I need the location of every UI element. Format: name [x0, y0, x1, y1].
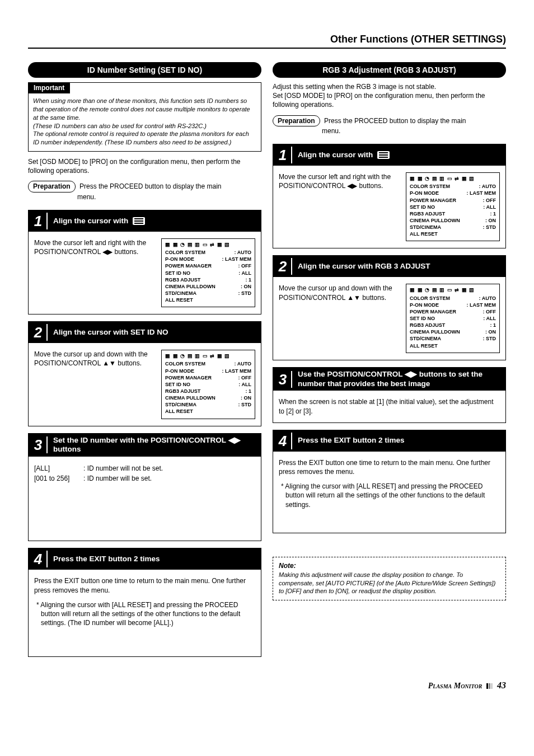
step-footnote: * Aligning the cursor with [ALL RESET] a… [279, 482, 500, 509]
step-title: Align the cursor with RGB 3 ADJUST [298, 262, 501, 271]
important-text: The optional remote control is required … [33, 130, 256, 147]
important-box: Important When using more than one of th… [28, 82, 261, 152]
osd-key: COLOR SYSTEM [410, 183, 477, 190]
def-val: : ID number will be set. [83, 473, 152, 483]
preparation-text: Press the PROCEED button to display the … [324, 117, 466, 125]
osd-val: : ALL [481, 204, 496, 210]
osd-key: ALL RESET [410, 342, 496, 349]
left-step-3: 3 Set the ID number with the POSITION/CO… [28, 433, 261, 542]
step-body-text: Move the cursor up and down with the POS… [279, 284, 398, 353]
osd-val: : 1 [243, 276, 251, 283]
def-key: [ALL] [34, 463, 83, 473]
osd-key: STD/CINEMA [165, 290, 236, 297]
step-body-text: Press the EXIT button one time to return… [279, 458, 500, 476]
step-title: Align the cursor with [298, 151, 373, 159]
important-label: Important [28, 82, 70, 93]
osd-key: CINEMA PULLDOWN [410, 217, 483, 224]
osd-val: : AUTO [232, 360, 252, 367]
preparation-text: menu. [273, 126, 506, 136]
step-number: 2 [29, 324, 48, 341]
step-number: 4 [29, 551, 48, 567]
osd-icons: ▦ ▦ ◔ ▤ ▥ ▭ ⇄ ▦ ▧ [165, 241, 251, 248]
osd-key: STD/CINEMA [165, 401, 236, 408]
important-text: When using more than one of these monito… [33, 97, 256, 122]
preparation-badge: Preparation [273, 115, 320, 127]
right-intro-2: Set [OSD MODE] to [PRO] on the configura… [273, 91, 506, 109]
osd-key: POWER MANAGER [165, 262, 236, 269]
step-title: Align the cursor with SET ID NO [53, 328, 256, 337]
osd-val: : STD [236, 290, 252, 297]
osd-val: : OFF [481, 308, 496, 315]
osd-key: COLOR SYSTEM [410, 295, 477, 302]
footer-bars-icon [486, 683, 493, 691]
page-footer: Plasma Monitor 43 [28, 680, 506, 691]
osd-val: : STD [481, 335, 496, 342]
step-number: 4 [273, 433, 292, 449]
osd-val: : LAST MEM [465, 302, 496, 308]
osd-key: SET ID NO [410, 315, 481, 322]
right-intro-1: Adjust this setting when the RGB 3 image… [273, 82, 506, 91]
step-title: Align the cursor with [53, 217, 128, 225]
step-body-text: Move the cursor left and right with the … [279, 172, 398, 241]
osd-val: : STD [236, 401, 252, 408]
osd-val: : AUTO [477, 183, 496, 190]
osd-val: : LAST MEM [220, 368, 252, 374]
right-preparation: Preparation Press the PROCEED button to … [273, 115, 506, 137]
right-step-1: 1 Align the cursor with Move the cursor … [273, 144, 506, 248]
osd-key: P-ON MODE [165, 256, 220, 262]
step-footnote: * Aligning the cursor with [ALL RESET] a… [34, 600, 255, 628]
osd-key: SET ID NO [410, 204, 481, 210]
osd-val: : ALL [481, 315, 496, 322]
osd-key: CINEMA PULLDOWN [410, 328, 483, 335]
osd-val: : ON [238, 395, 251, 401]
step-body-text: Move the cursor left and right with the … [34, 238, 153, 307]
osd-val: : ON [483, 328, 496, 335]
osd-val: : 1 [243, 388, 251, 395]
left-step-2: 2 Align the cursor with SET ID NO Move t… [28, 321, 261, 426]
preparation-text: menu. [28, 192, 261, 202]
osd-val: : LAST MEM [465, 190, 496, 196]
step-title: Use the POSITION/CONTROL ◀▶ buttons to s… [298, 370, 501, 389]
note-label: Note: [279, 562, 500, 570]
osd-val: : AUTO [232, 249, 252, 256]
left-step-1: 1 Align the cursor with Move the cursor … [28, 210, 261, 314]
osd-val: : STD [481, 224, 496, 231]
step-body-text: Move the cursor up and down with the POS… [34, 350, 153, 419]
osd-key: SET ID NO [165, 270, 236, 276]
osd-val: : ON [483, 217, 496, 224]
osd-val: : OFF [236, 262, 252, 269]
preparation-text: Press the PROCEED button to display the … [79, 182, 221, 190]
left-step-4: 4 Press the EXIT button 2 times Press th… [28, 548, 261, 657]
osd-icons: ▦ ▦ ◔ ▤ ▥ ▭ ⇄ ▦ ▧ [165, 353, 251, 359]
osd-panel: ▦ ▦ ◔ ▤ ▥ ▭ ⇄ ▦ ▧ COLOR SYSTEM: AUTO P-O… [406, 172, 500, 241]
osd-key: CINEMA PULLDOWN [165, 283, 238, 290]
page-title: Other Functions (OTHER SETTINGS) [28, 34, 506, 45]
def-key: [001 to 256] [34, 473, 83, 483]
osd-val: : OFF [236, 374, 252, 381]
step-body-text: Press the EXIT button one time to return… [34, 576, 255, 594]
osd-val: : ON [238, 283, 251, 290]
osd-key: RGB3 ADJUST [165, 276, 243, 283]
osd-val: : AUTO [477, 295, 496, 302]
osd-panel: ▦ ▦ ◔ ▤ ▥ ▭ ⇄ ▦ ▧ COLOR SYSTEM: AUTO P-O… [161, 350, 255, 419]
right-step-2: 2 Align the cursor with RGB 3 ADJUST Mov… [273, 255, 506, 360]
left-section-header: ID Number Setting (SET ID NO) [28, 62, 261, 78]
right-step-3: 3 Use the POSITION/CONTROL ◀▶ buttons to… [273, 367, 506, 423]
osd-key: P-ON MODE [165, 368, 220, 374]
step-number: 3 [273, 371, 292, 388]
osd-key: CINEMA PULLDOWN [165, 395, 238, 401]
left-preparation: Preparation Press the PROCEED button to … [28, 181, 261, 202]
osd-key: COLOR SYSTEM [165, 360, 232, 367]
step-body-text: When the screen is not stable at [1] (th… [279, 397, 500, 415]
osd-key: RGB3 ADJUST [410, 322, 488, 328]
note-box: Note: Making this adjustment will cause … [273, 557, 506, 601]
step-number: 1 [29, 213, 48, 229]
osd-val: : OFF [481, 197, 496, 204]
osd-key: POWER MANAGER [165, 374, 236, 381]
remote-icon [133, 217, 145, 225]
step-title: Set the ID number with the POSITION/CONT… [53, 436, 256, 455]
step-number: 2 [273, 258, 292, 275]
preparation-badge: Preparation [28, 181, 76, 192]
osd-key: STD/CINEMA [410, 335, 481, 342]
note-body: Making this adjustment will cause the di… [279, 571, 500, 596]
